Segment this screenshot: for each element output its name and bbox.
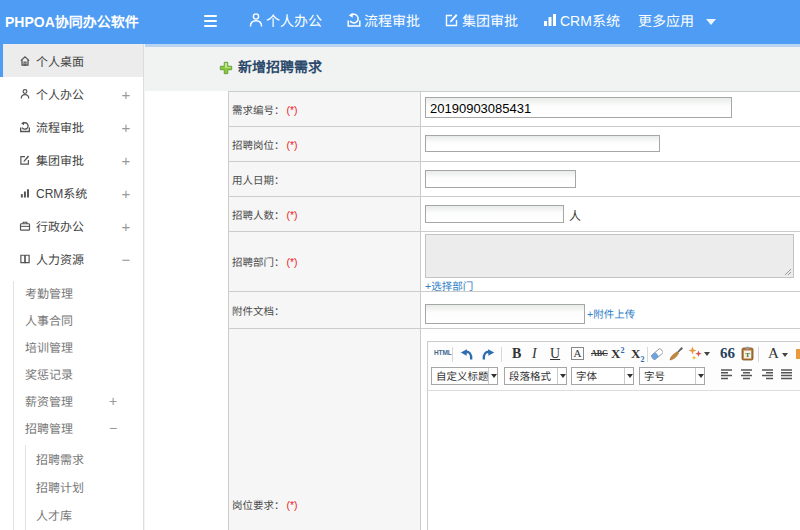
- svg-text:T: T: [745, 351, 750, 359]
